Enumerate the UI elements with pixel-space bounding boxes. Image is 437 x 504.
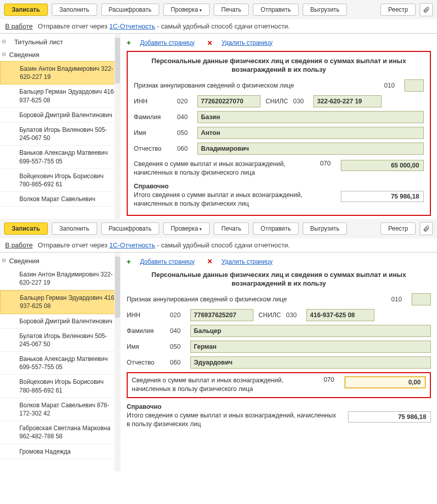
person-item[interactable]: Габровская Светлана Марковна 962-482-788… [0,421,120,444]
sum-label: Сведения о сумме выплат и иных вознаграж… [132,376,313,394]
sum-value[interactable]: 65 000,00 [341,160,424,171]
person-item[interactable]: Базин Антон Владимирович 322-620-227 19 [0,267,120,290]
tree-svedeniya[interactable]: Сведения [0,255,120,267]
check-button[interactable]: Проверка [163,4,210,16]
section-title: Персональные данные физических лиц и све… [134,57,424,74]
fam-value[interactable]: Бальцер [190,325,431,337]
attachment-icon[interactable] [420,3,433,16]
snils-value[interactable]: 322-620-227 19 [313,95,382,107]
add-page-link[interactable]: Добавить страницу [140,39,194,46]
page-actions: + Добавить страницу ✕ Удалить страницу [127,37,431,51]
inn-label: ИНН [134,98,172,105]
highlighted-sum-row: Сведения о сумме выплат и иных вознаграж… [127,372,431,398]
scrollbar[interactable] [114,34,121,219]
ref-sum-value: 75 986,18 [341,191,424,202]
scroll-thumb[interactable] [115,38,120,83]
patr-value[interactable]: Эдуардович [190,356,431,369]
person-item[interactable]: Булатов Игорь Виленович 505-245-067 50 [0,123,120,146]
fam-label: Фамилия [134,114,172,121]
add-page-icon: + [127,39,131,47]
section-title: Персональные данные физических лиц и све… [127,271,431,288]
decode-button[interactable]: Расшифровать [101,222,159,235]
delete-page-link[interactable]: Удалить страницу [222,39,273,46]
print-button[interactable]: Печать [214,4,249,16]
delete-page-link[interactable]: Удалить страницу [222,258,273,265]
name-value[interactable]: Герман [190,341,431,353]
reporting-link[interactable]: 1С-Отчетность [109,22,155,30]
fam-value[interactable]: Базин [197,111,424,123]
person-item[interactable]: Войцехович Игорь Борисович 780-865-692 6… [0,169,120,192]
person-item[interactable]: Войцехович Игорь Борисович 780-865-692 6… [0,375,120,398]
tree-title-page[interactable]: Титульный лист [0,36,120,48]
scroll-thumb[interactable] [115,257,120,318]
fam-label: Фамилия [127,327,165,334]
sign-value[interactable] [404,79,424,92]
status-bar: В работе Отправьте отчет через 1С-Отчетн… [0,19,437,33]
status-bar: В работе Отправьте отчет через 1С-Отчетн… [0,238,437,252]
send-button[interactable]: Отправить [253,222,299,235]
inn-value[interactable]: 776937625207 [190,309,253,321]
inn-value[interactable]: 772620227070 [197,95,260,107]
toolbar-top: Записать Заполнить Расшифровать Проверка… [0,0,437,19]
status-title: В работе [5,241,33,249]
fill-button[interactable]: Заполнить [52,222,97,235]
check-button[interactable]: Проверка [163,222,210,235]
sign-value[interactable] [412,293,431,305]
print-button[interactable]: Печать [214,222,249,235]
content-area: + Добавить страницу ✕ Удалить страницу П… [121,253,437,471]
name-code: 050 [170,343,185,350]
person-item[interactable]: Боровой Дмитрий Валентинович [0,108,120,123]
person-item[interactable]: Волков Марат Савельевич 878-172-302 42 [0,398,120,421]
snils-code: 030 [286,312,301,319]
fill-button[interactable]: Заполнить [52,4,97,16]
person-item[interactable]: Булатов Игорь Виленович 505-245-067 50 [0,329,120,352]
add-page-link[interactable]: Добавить страницу [140,258,194,265]
fam-code: 040 [170,327,185,334]
export-button[interactable]: Выгрузить [303,222,347,235]
save-button[interactable]: Записать [4,222,48,235]
tree-svedeniya[interactable]: Сведения [0,48,120,61]
content-area: + Добавить страницу ✕ Удалить страницу П… [121,34,437,219]
ref-title: Справочно [134,183,424,190]
attachment-icon[interactable] [420,222,433,235]
name-label: Имя [134,129,172,136]
person-item[interactable]: Громова Надежда [0,444,120,459]
person-item[interactable]: Бальцер Герман Эдуардович 416-937-625 08 [0,290,120,314]
name-value[interactable]: Антон [197,127,424,139]
registry-button[interactable]: Реестр [381,4,416,16]
sign-code: 010 [391,296,406,303]
export-button[interactable]: Выгрузить [303,4,347,16]
page-actions: + Добавить страницу ✕ Удалить страницу [127,256,431,270]
sum-value[interactable]: 0,00 [344,376,426,388]
snils-label: СНИЛС [258,312,281,319]
person-item[interactable]: Боровой Дмитрий Валентинович [0,314,120,329]
highlighted-section: Персональные данные физических лиц и све… [127,51,431,216]
delete-page-icon: ✕ [207,39,213,47]
decode-button[interactable]: Расшифровать [101,4,159,16]
add-page-icon: + [127,258,131,266]
patr-code: 060 [177,145,192,152]
person-item[interactable]: Ваньков Александр Матвеевич 699-557-755 … [0,146,120,169]
scrollbar[interactable] [114,253,121,471]
reporting-link[interactable]: 1С-Отчетность [109,241,155,249]
sidebar: Сведения Базин Антон Владимирович 322-62… [0,253,121,471]
sum-label: Сведения о сумме выплат и иных вознаграж… [134,160,310,178]
ref-sum-value: 75 986,18 [348,411,431,423]
sign-code: 010 [384,82,399,89]
sum-code: 070 [324,376,334,383]
sidebar: Титульный лист Сведения Базин Антон Влад… [0,34,121,219]
person-item[interactable]: Ваньков Александр Матвеевич 699-557-755 … [0,352,120,375]
send-button[interactable]: Отправить [253,4,299,16]
ref-label: Итого сведения о сумме выплат и иных воз… [127,411,338,429]
sum-code: 070 [320,160,331,167]
person-item[interactable]: Волков Марат Савельевич [0,192,120,207]
patr-code: 060 [170,359,185,366]
registry-button[interactable]: Реестр [381,222,416,235]
snils-value[interactable]: 416-937-625 08 [306,309,374,321]
person-item[interactable]: Базин Антон Владимирович 322-620-227 19 [0,61,120,85]
save-button[interactable]: Записать [4,4,48,16]
person-item[interactable]: Бальцер Герман Эдуардович 416-937-625 08 [0,85,120,107]
patr-value[interactable]: Владимирович [197,143,424,155]
status-text: Отправьте отчет через 1С-Отчетность - са… [38,22,290,30]
ref-title: Справочно [127,403,431,410]
